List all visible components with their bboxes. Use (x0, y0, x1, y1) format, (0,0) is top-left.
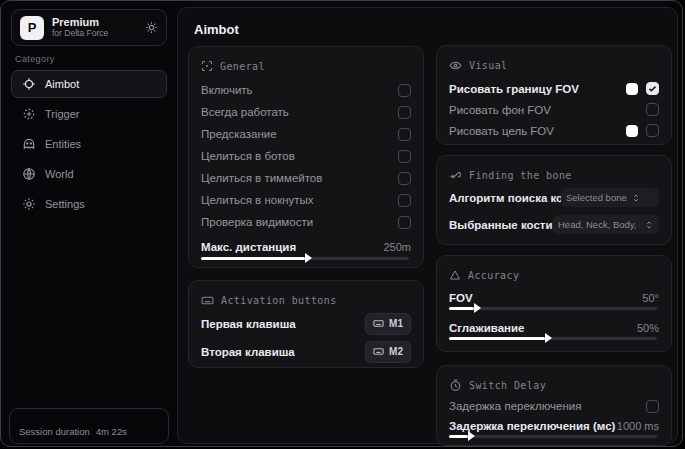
switch-delay-slider[interactable] (449, 435, 657, 438)
trigger-icon (22, 107, 36, 121)
toggle-label: Предсказание (201, 128, 277, 140)
checkbox[interactable] (646, 124, 659, 137)
dropdown-label: Выбранные кости (449, 219, 553, 231)
settings-gear-icon (22, 197, 36, 211)
toggle-label: Рисовать цель FOV (449, 125, 554, 137)
card-visual: Visual Рисовать границу FOV Рисовать фон… (436, 45, 672, 145)
page-title: Aimbot (194, 22, 239, 37)
sidebar-item-aimbot[interactable]: Aimbot (11, 70, 167, 98)
slider-thumb[interactable] (305, 253, 312, 263)
bone-algorithm-dropdown[interactable]: Selected bone (561, 188, 659, 207)
checkbox[interactable] (646, 400, 659, 413)
card-header-label: Visual (469, 60, 508, 71)
brand-card: P Premium for Delta Force (11, 9, 167, 46)
checkbox[interactable] (646, 82, 659, 95)
card-general: General Включить Всегда работать Предска… (188, 46, 424, 268)
sidebar: P Premium for Delta Force Category Aimbo… (1, 1, 177, 447)
keybind-button-m1[interactable]: M1 (365, 313, 411, 335)
crosshair-icon (22, 77, 36, 91)
main-panel: Aimbot General Включить Всегда работать … (177, 7, 678, 444)
toggle-label: Проверка видимости (201, 216, 313, 228)
slider-value: 250m (383, 241, 411, 253)
dropdown-value: Head, Neck, Body, Pe... (558, 219, 640, 230)
slider-thumb[interactable] (474, 303, 481, 313)
fov-slider[interactable] (449, 307, 657, 310)
sidebar-item-label: Trigger (45, 108, 79, 120)
smoothing-slider[interactable] (449, 337, 657, 340)
target-icon (201, 60, 213, 72)
sidebar-nav: Aimbot Trigger Entities World (11, 70, 167, 220)
checkbox[interactable] (398, 172, 411, 185)
sidebar-item-label: Entities (45, 138, 81, 150)
checkbox[interactable] (398, 84, 411, 97)
dropdown-label: Алгоритм поиска костей (449, 192, 561, 204)
keyboard-icon (373, 318, 384, 329)
session-label: Session duration (19, 426, 90, 437)
card-accuracy: Accuracy FOV50° Сглаживание50% (436, 255, 672, 352)
keybind-value: M2 (389, 346, 403, 357)
toggle-label: Всегда работать (201, 106, 289, 118)
dropdown-value: Selected bone (566, 192, 627, 203)
eye-icon (449, 59, 462, 72)
bone-icon (449, 169, 462, 182)
toggle-label: Задержка переключения (449, 400, 581, 412)
color-swatch[interactable] (626, 125, 638, 137)
checkbox[interactable] (398, 194, 411, 207)
keyboard-icon (201, 294, 214, 307)
slider-label: FOV (449, 292, 473, 304)
sidebar-item-world[interactable]: World (11, 160, 167, 188)
slider-thumb[interactable] (545, 333, 552, 343)
checkbox[interactable] (398, 150, 411, 163)
card-header-label: Switch Delay (469, 380, 546, 391)
gear-icon[interactable] (145, 21, 158, 34)
entities-icon (22, 137, 36, 151)
checkbox[interactable] (398, 128, 411, 141)
globe-icon (22, 167, 36, 181)
triangle-icon (449, 269, 461, 281)
keybind-button-m2[interactable]: M2 (365, 341, 411, 363)
unfold-icon (644, 220, 654, 230)
slider-value: 1000 ms (617, 420, 659, 432)
session-card: Session duration 4m 22s (9, 408, 169, 444)
color-swatch[interactable] (626, 83, 638, 95)
toggle-label: Целиться в тиммейтов (201, 172, 322, 184)
checkbox[interactable] (398, 216, 411, 229)
selected-bones-dropdown[interactable]: Head, Neck, Body, Pe... (553, 215, 659, 234)
slider-thumb[interactable] (468, 431, 475, 441)
toggle-label: Рисовать фон FOV (449, 104, 551, 116)
check-icon (648, 84, 657, 93)
keybind-value: M1 (389, 318, 403, 329)
sidebar-item-trigger[interactable]: Trigger (11, 100, 167, 128)
keyboard-icon (373, 346, 384, 357)
card-header-label: Finding the bone (469, 170, 572, 181)
app-window: P Premium for Delta Force Category Aimbo… (0, 0, 683, 447)
sidebar-item-entities[interactable]: Entities (11, 130, 167, 158)
card-finding-bone: Finding the bone Алгоритм поиска костей … (436, 155, 672, 245)
toggle-label: Целиться в нокнутых (201, 194, 314, 206)
unfold-icon (631, 193, 641, 203)
keybind-label: Первая клавиша (201, 318, 296, 330)
toggle-label: Включить (201, 84, 253, 96)
slider-label: Сглаживание (449, 322, 524, 334)
session-value: 4m 22s (96, 426, 127, 437)
stopwatch-icon (449, 379, 462, 392)
slider-value: 50° (642, 292, 659, 304)
toggle-label: Целиться в ботов (201, 150, 295, 162)
keybind-label: Вторая клавиша (201, 346, 295, 358)
card-header-label: Accuracy (468, 270, 519, 281)
card-header-label: Activation buttons (221, 295, 337, 306)
brand-subtitle: for Delta Force (52, 29, 137, 39)
checkbox[interactable] (646, 103, 659, 116)
toggle-label: Рисовать границу FOV (449, 83, 579, 95)
category-label: Category (15, 54, 55, 64)
slider-label: Макс. дистанция (201, 241, 296, 253)
card-switch-delay: Switch Delay Задержка переключения Задер… (436, 365, 672, 446)
sidebar-item-settings[interactable]: Settings (11, 190, 167, 218)
checkbox[interactable] (398, 106, 411, 119)
distance-slider[interactable] (201, 257, 409, 260)
brand-logo: P (20, 16, 44, 40)
card-header-label: General (220, 61, 265, 72)
sidebar-item-label: World (45, 168, 74, 180)
slider-value: 50% (637, 322, 659, 334)
sidebar-item-label: Aimbot (45, 78, 79, 90)
